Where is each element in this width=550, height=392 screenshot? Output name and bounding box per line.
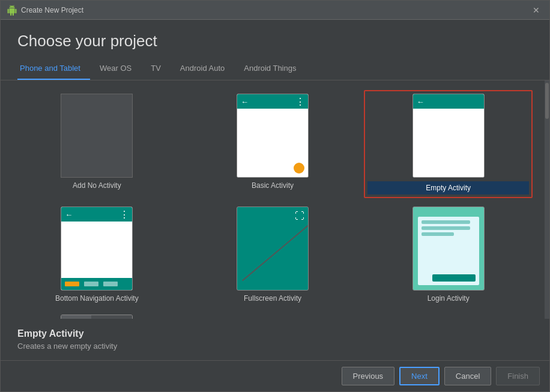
nav-item-3	[103, 282, 118, 286]
fab-button	[294, 163, 304, 173]
scrollbar-thumb	[545, 83, 549, 119]
project-item-empty[interactable]: ← Empty Activity	[364, 90, 533, 198]
menu-dots: ⋮	[295, 96, 304, 107]
dialog-title: Choose your project	[17, 32, 533, 50]
back-arrow: ←	[241, 97, 249, 106]
create-project-dialog: Create New Project ✕ Choose your project…	[0, 0, 550, 392]
bottom-nav-body	[61, 222, 132, 290]
no-activity-label: Add No Activity	[73, 181, 121, 190]
project-item-fullscreen[interactable]: ⛶ Fullscreen Activity	[189, 203, 357, 306]
no-activity-card	[61, 94, 133, 178]
title-bar-title: Create New Project	[21, 6, 83, 14]
tab-tv[interactable]: TV	[141, 58, 171, 80]
back-arrow-2: ←	[417, 97, 425, 106]
tab-wear-os[interactable]: Wear OS	[90, 58, 141, 80]
bottom-nav-label: Bottom Navigation Activity	[55, 294, 139, 303]
nav-drawer-card	[61, 315, 133, 319]
fullscreen-icon: ⛶	[295, 211, 304, 222]
dialog-footer: Previous Next Cancel Finish	[1, 360, 549, 391]
tab-android-auto[interactable]: Android Auto	[171, 58, 234, 80]
empty-activity-card: ←	[412, 94, 485, 178]
login-line-3	[422, 232, 454, 236]
dialog-content: Choose your project Phone and Tablet Wea…	[1, 20, 549, 391]
login-card	[412, 207, 485, 291]
empty-header: ←	[413, 94, 484, 109]
fullscreen-label: Fullscreen Activity	[244, 294, 301, 303]
nav-item-2	[84, 282, 98, 286]
basic-activity-card: ← ⋮	[237, 94, 309, 178]
project-item-no-activity[interactable]: Add No Activity	[13, 90, 181, 198]
bottom-nav-card: ← ⋮	[61, 207, 133, 291]
empty-body	[413, 109, 484, 177]
tab-phone-tablet[interactable]: Phone and Tablet	[17, 58, 90, 80]
android-icon	[7, 5, 17, 16]
empty-label: Empty Activity	[367, 181, 529, 194]
title-bar: Create New Project ✕	[1, 1, 549, 20]
cancel-button[interactable]: Cancel	[444, 367, 491, 385]
scrollbar[interactable]	[545, 80, 549, 319]
main-area: Add No Activity ← ⋮	[1, 80, 549, 319]
project-item-nav-drawer[interactable]: Navigation Drawer Activity	[13, 311, 181, 319]
project-item-basic[interactable]: ← ⋮ Basic Activity	[189, 90, 357, 198]
project-grid: Add No Activity ← ⋮	[13, 90, 533, 319]
back-arrow-3: ←	[65, 210, 73, 219]
basic-body	[237, 109, 308, 177]
finish-button[interactable]: Finish	[496, 367, 540, 385]
diagonal-decoration	[242, 219, 309, 281]
project-item-bottom-nav[interactable]: ← ⋮ Bottom Navigation A	[13, 203, 181, 306]
bottom-info: Empty Activity Creates a new empty activ…	[1, 319, 549, 360]
login-content	[418, 217, 479, 285]
selected-activity-title: Empty Activity	[17, 328, 533, 339]
login-line-1	[422, 220, 470, 224]
menu-dots-3: ⋮	[119, 209, 128, 220]
bottom-nav-strip	[61, 278, 132, 290]
basic-header: ← ⋮	[237, 94, 308, 109]
tab-android-things[interactable]: Android Things	[234, 58, 306, 80]
login-btn-shape	[432, 274, 476, 282]
title-bar-left: Create New Project	[7, 5, 83, 16]
dialog-header: Choose your project	[1, 20, 549, 58]
project-item-login[interactable]: Login Activity	[364, 203, 533, 306]
login-label: Login Activity	[428, 294, 470, 303]
next-button[interactable]: Next	[399, 367, 440, 385]
selected-activity-desc: Creates a new empty activity	[17, 342, 533, 351]
login-line-2	[422, 226, 470, 230]
bottom-nav-header: ← ⋮	[61, 207, 132, 222]
tabs-bar: Phone and Tablet Wear OS TV Android Auto…	[1, 58, 549, 80]
previous-button[interactable]: Previous	[342, 367, 395, 385]
close-button[interactable]: ✕	[529, 4, 543, 16]
basic-label: Basic Activity	[252, 181, 294, 190]
fullscreen-card: ⛶	[237, 207, 309, 291]
project-grid-container: Add No Activity ← ⋮	[1, 80, 545, 319]
nav-item-1	[65, 282, 79, 286]
